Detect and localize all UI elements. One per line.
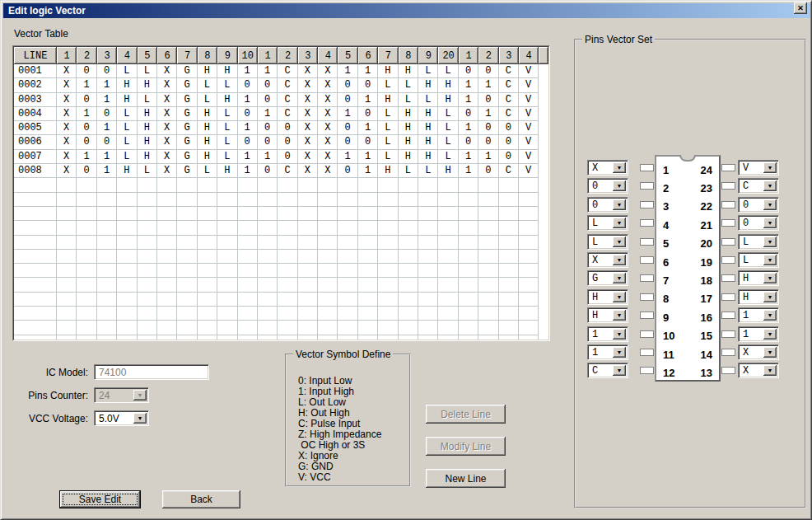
dropdown-button[interactable]: ▼	[613, 180, 626, 191]
pin-16-combo[interactable]: 1▼	[738, 307, 779, 323]
empty-cell	[459, 207, 478, 221]
chevron-down-icon: ▼	[768, 239, 773, 245]
dropdown-button[interactable]: ▼	[763, 347, 777, 358]
table-row[interactable]: 0003X01HLXGLH10CXX01HLLH10CV	[14, 93, 548, 107]
close-button[interactable]: ✕	[794, 2, 807, 14]
empty-cell	[378, 221, 398, 235]
dropdown-button[interactable]: ▼	[613, 365, 626, 376]
table-row[interactable]: 0007X11LHXGHL110XX11LHHL110V	[14, 150, 548, 164]
pins-counter-value: 24	[99, 390, 110, 401]
dropdown-button[interactable]: ▼	[763, 273, 777, 283]
pin-11-combo[interactable]: 1▼	[587, 344, 628, 360]
pin-stub	[640, 256, 654, 264]
vector-cell: V	[519, 64, 539, 78]
vcc-voltage-combo[interactable]: 5.0V ▼	[94, 410, 149, 426]
table-row[interactable]: 0002X11HHXGLL00CXX00LLHH11CV	[14, 78, 548, 92]
empty-cell	[278, 236, 297, 250]
dropdown-button[interactable]: ▼	[613, 273, 626, 283]
table-row[interactable]: 0008X01HLXGLH10CXX01HLLH10CV	[14, 164, 548, 178]
pin-20-combo[interactable]: L▼	[738, 234, 779, 250]
dropdown-button[interactable]: ▼	[763, 292, 777, 302]
save-edit-button[interactable]: Save Edit	[59, 490, 141, 508]
vector-cell: X	[318, 164, 338, 178]
pin-18-combo[interactable]: H▼	[738, 270, 779, 286]
pin-4-combo[interactable]: L▼	[587, 215, 628, 231]
pin-value: 1	[743, 310, 749, 321]
dropdown-button[interactable]: ▼	[763, 218, 777, 228]
dropdown-button[interactable]: ▼	[613, 347, 626, 358]
empty-cell	[378, 207, 398, 221]
dropdown-button[interactable]: ▼	[613, 237, 626, 247]
pin-5-combo[interactable]: L▼	[587, 234, 628, 250]
pin-24-combo[interactable]: V▼	[738, 160, 779, 176]
empty-cell	[499, 321, 519, 335]
pin-9-combo[interactable]: H▼	[587, 307, 628, 323]
pin-23-combo[interactable]: C▼	[738, 178, 779, 194]
pin-3-combo[interactable]: 0▼	[587, 197, 628, 213]
dropdown-button[interactable]: ▼	[763, 237, 777, 247]
new-line-button[interactable]: New Line	[426, 469, 506, 488]
pin-15-combo[interactable]: 1▼	[738, 326, 779, 342]
column-header-23: 3	[499, 47, 519, 64]
pin-8-combo[interactable]: H▼	[587, 289, 628, 305]
dropdown-button[interactable]: ▼	[763, 365, 777, 376]
pin-10-combo[interactable]: 1▼	[587, 326, 628, 342]
empty-cell	[378, 178, 398, 192]
pin-22-combo[interactable]: 0▼	[738, 197, 779, 213]
dropdown-button[interactable]: ▼	[613, 329, 626, 340]
empty-cell	[117, 278, 137, 292]
dropdown-button[interactable]: ▼	[763, 329, 777, 340]
dropdown-button[interactable]: ▼	[763, 310, 777, 321]
dropdown-button[interactable]: ▼	[613, 218, 626, 228]
pin-14-combo[interactable]: X▼	[738, 344, 779, 360]
table-row[interactable]: 0001X00LLXGHH11CXX11HHLL00CV	[14, 64, 548, 78]
pin-12-combo[interactable]: C▼	[587, 363, 628, 378]
table-row[interactable]: 0006X00LHXGHL000XX00LHHL000V	[14, 135, 548, 149]
empty-cell	[499, 236, 519, 250]
table-row[interactable]: 0004X10LHXGHL01CXX10LHHL01CV	[14, 107, 548, 121]
pin-2-combo[interactable]: 0▼	[587, 178, 628, 194]
vcc-voltage-dropdown-button[interactable]: ▼	[133, 413, 147, 424]
dropdown-button[interactable]: ▼	[613, 199, 626, 210]
chevron-down-icon: ▼	[617, 275, 623, 281]
dropdown-button[interactable]: ▼	[613, 162, 626, 173]
dropdown-button[interactable]: ▼	[613, 292, 626, 302]
vector-cell: 1	[97, 93, 117, 107]
pin-19-combo[interactable]: L▼	[738, 252, 779, 268]
vector-cell: H	[399, 135, 418, 149]
pin-number: 8	[663, 293, 669, 304]
empty-cell	[217, 264, 237, 278]
vector-cell: X	[298, 164, 318, 178]
empty-cell	[57, 321, 77, 335]
pins-vector-set-group: Pins Vector Set 124223322421520619718817…	[574, 39, 806, 508]
vector-cell: X	[318, 64, 338, 78]
dropdown-button[interactable]: ▼	[613, 310, 626, 321]
dropdown-button[interactable]: ▼	[763, 162, 777, 173]
empty-cell	[298, 335, 318, 340]
pin-6-combo[interactable]: X▼	[587, 252, 628, 268]
empty-cell	[117, 178, 137, 192]
pin-13-combo[interactable]: X▼	[738, 363, 779, 378]
pin-1-combo[interactable]: X▼	[587, 160, 628, 176]
pin-17-combo[interactable]: H▼	[738, 289, 779, 305]
dropdown-button[interactable]: ▼	[763, 199, 777, 210]
vector-cell: X	[57, 121, 77, 135]
window-title: Edit logic Vector	[8, 5, 86, 16]
empty-cell	[217, 250, 237, 264]
dropdown-button[interactable]: ▼	[613, 255, 626, 265]
pin-21-combo[interactable]: 0▼	[738, 215, 779, 231]
dropdown-button[interactable]: ▼	[763, 180, 777, 191]
vector-cell: H	[198, 64, 217, 78]
chevron-down-icon: ▼	[768, 368, 773, 373]
dropdown-button[interactable]: ▼	[763, 255, 777, 265]
vector-symbol-define-group: Vector Symbol Define 0: Input Low1: Inpu…	[285, 354, 411, 487]
chip-pin-number-row: 124	[656, 164, 719, 176]
table-row[interactable]: 0005X01LHXGHL100XX01LHHL100V	[14, 121, 548, 135]
pin-7-combo[interactable]: G▼	[587, 270, 628, 286]
empty-cell	[77, 335, 96, 340]
back-button[interactable]: Back	[162, 490, 240, 508]
vector-cell: 0	[478, 121, 498, 135]
empty-cell	[198, 264, 217, 278]
chip-pin-number-row: 520	[656, 237, 719, 249]
empty-cell	[478, 278, 498, 292]
